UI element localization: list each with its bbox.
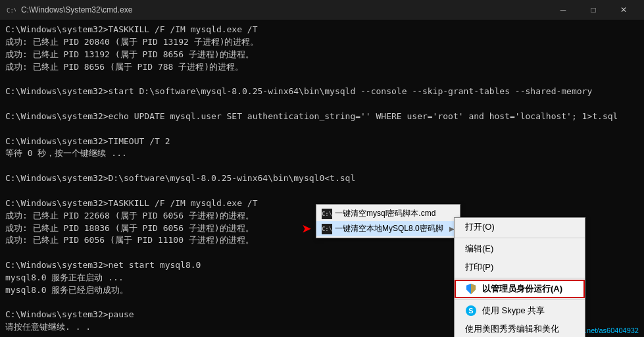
ctx-divider-3 xyxy=(455,299,585,300)
ctx-edit[interactable]: 编辑(E) xyxy=(455,240,585,258)
title-bar-left: C:\ C:\Windows\System32\cmd.exe xyxy=(5,5,132,15)
ctx-edit-label: 编辑(E) xyxy=(465,243,493,255)
ctx-open-label: 打开(O) xyxy=(465,221,495,233)
cmd-icon-2: C:\ xyxy=(322,224,332,234)
red-arrow-indicator: ➤ xyxy=(302,222,310,235)
shield-icon xyxy=(465,283,477,295)
title-bar-controls: ─ □ ✕ xyxy=(548,0,639,20)
file-list-popup: C:\ 一键清空mysql密码脚本.cmd C:\ 一键清空本地MySQL8.0… xyxy=(316,204,460,238)
ctx-run-admin[interactable]: 以管理员身份运行(A) xyxy=(455,280,585,298)
cmd-file-icon-1: C:\ xyxy=(322,209,332,219)
ctx-meitu[interactable]: 使用美图秀秀编辑和美化 xyxy=(455,320,585,337)
cmd-icon: C:\ xyxy=(5,5,16,15)
cmd-area: C:\Windows\system32>TASKKILL /F /IM mysq… xyxy=(0,20,644,337)
skype-circle-icon: S xyxy=(466,305,476,316)
svg-text:C:\: C:\ xyxy=(7,7,16,14)
ctx-open[interactable]: 打开(O) xyxy=(455,218,585,236)
ctx-divider-2 xyxy=(455,278,585,278)
ctx-print[interactable]: 打印(P) xyxy=(455,258,585,276)
maximize-button[interactable]: □ xyxy=(578,0,608,20)
window-title: C:\Windows\System32\cmd.exe xyxy=(21,5,132,14)
ctx-run-admin-label: 以管理员身份运行(A) xyxy=(482,283,562,295)
cmd-icon-1: C:\ xyxy=(322,209,332,219)
minimize-button[interactable]: ─ xyxy=(548,0,578,20)
ctx-divider-1 xyxy=(455,238,585,238)
ctx-meitu-label: 使用美图秀秀编辑和美化 xyxy=(465,323,559,335)
context-menu-overlay: C:\ 一键清空mysql密码脚本.cmd C:\ 一键清空本地MySQL8.0… xyxy=(316,204,460,238)
ctx-skype-label: 使用 Skype 共享 xyxy=(482,305,545,317)
cmd-file-icon-2: C:\ xyxy=(322,224,332,234)
file-name-1: 一键清空mysql密码脚本.cmd xyxy=(335,208,435,219)
svg-marker-3 xyxy=(471,284,476,294)
file-list-item-1[interactable]: C:\ 一键清空mysql密码脚本.cmd xyxy=(316,206,460,221)
close-button[interactable]: ✕ xyxy=(608,0,639,20)
ctx-skype[interactable]: S 使用 Skype 共享 xyxy=(455,301,585,320)
context-menu: 打开(O) 编辑(E) 打印(P) 以管理员身份运行(A) xyxy=(454,217,585,337)
ctx-print-label: 打印(P) xyxy=(465,261,493,273)
file-list-item-2[interactable]: C:\ 一键清空本地MySQL8.0密码脚 ▶ ➤ xyxy=(316,221,460,236)
title-bar: C:\ C:\Windows\System32\cmd.exe ─ □ ✕ xyxy=(0,0,644,20)
skype-icon: S xyxy=(465,305,477,317)
file-name-2: 一键清空本地MySQL8.0密码脚 xyxy=(335,223,443,234)
